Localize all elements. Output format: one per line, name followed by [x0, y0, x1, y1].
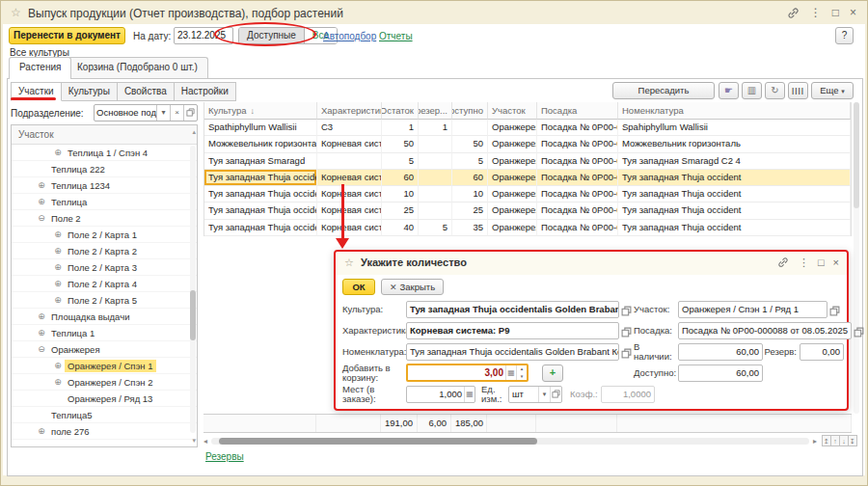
expand-icon[interactable]: ⊕	[51, 230, 65, 239]
culture-field[interactable]: Туя западная Thuja occidentalis Golden B…	[406, 301, 619, 318]
tree-item[interactable]: Оранжерея / Ряд 13	[12, 391, 197, 407]
scroll-left-icon[interactable]: ◂	[203, 437, 211, 446]
favorite-star-icon[interactable]: ☆	[344, 256, 354, 269]
column-header-characteristic[interactable]: Характеристика	[317, 102, 382, 120]
transfer-to-document-button[interactable]: Перенести в документ	[9, 27, 125, 44]
stock-field[interactable]: 60,00	[678, 343, 763, 361]
calculator-icon[interactable]: ▦	[464, 387, 475, 402]
column-header-available[interactable]: Доступно	[452, 102, 488, 120]
collapse-icon[interactable]: ⊖	[35, 344, 48, 354]
close-dialog-button[interactable]: ✕Закрыть	[381, 279, 444, 295]
replant-button[interactable]: Пересадить (переместить) ▾	[612, 82, 715, 99]
tree-item[interactable]: ⊕Поле 2 / Карта 1	[12, 227, 197, 243]
table-row[interactable]: Туя западная Thuja occidentalis Gold...К…	[204, 186, 851, 202]
maximize-icon[interactable]: □	[832, 6, 839, 19]
expand-icon[interactable]: ⊕	[35, 311, 48, 321]
area-field[interactable]: Оранжерея / Спэн 1 / Ряд 1	[678, 301, 827, 318]
tree-item[interactable]: ⊕Оранжерея / Спэн 2	[12, 374, 197, 391]
table-row[interactable]: Туя западная Thuja occidentalis Gold...К…	[204, 170, 851, 186]
tree-scrollbar-thumb[interactable]	[190, 290, 196, 340]
tree-item[interactable]: ⊕Теплица 1 / Спэн 4	[12, 145, 197, 161]
clear-icon[interactable]: ×	[170, 105, 183, 121]
tree-item[interactable]: ⊕Площадка выдачи	[12, 309, 197, 325]
tab-areas[interactable]: Участки	[11, 82, 62, 101]
quantity-input[interactable]: 3,00 ▦ ▴ ▾	[406, 364, 529, 382]
expand-icon[interactable]: ⊕	[35, 180, 48, 190]
open-link-icon[interactable]	[183, 105, 197, 121]
table-horizontal-scrollbar[interactable]: ◂ ▸	[203, 436, 817, 446]
tree-item[interactable]: ⊕Поле 2 / Карта 3	[12, 259, 197, 276]
table-row[interactable]: Туя западная Smaragd55Оранжерея / ...Пос…	[204, 153, 851, 170]
nomenclature-field[interactable]: Туя западная Thuja occidentalis Golden B…	[406, 343, 619, 361]
reserve-field[interactable]: 0,00	[800, 343, 844, 361]
planting-field[interactable]: Посадка № 0P00-000088 от 08.05.2025	[678, 322, 852, 339]
tree-column-header[interactable]: Участок	[12, 125, 197, 145]
refresh-icon[interactable]: ↻	[765, 82, 785, 99]
tree-item[interactable]: Теплица 222	[12, 161, 197, 177]
places-input[interactable]: 1,000 ▦	[406, 386, 475, 403]
table-row[interactable]: Можжевельник горизонтальный Juni...Корне…	[204, 136, 851, 152]
open-link-icon[interactable]	[621, 324, 634, 337]
column-header-culture[interactable]: Культура↓	[204, 102, 317, 120]
expand-icon[interactable]: ⊕	[51, 246, 65, 256]
tree-item[interactable]: Теплица5	[12, 407, 197, 423]
autoselect-link[interactable]: Автоподбор	[323, 31, 376, 41]
department-combobox[interactable]: Основное подразделе ▾ ×	[94, 104, 198, 122]
tree-scroll-up-icon[interactable]: ▴	[192, 128, 196, 136]
table-row[interactable]: Туя западная Thuja occidentalis Gold...К…	[204, 202, 851, 219]
open-link-icon[interactable]	[621, 303, 634, 315]
tree-scroll-down-icon[interactable]: ▾	[192, 437, 196, 445]
dropdown-icon[interactable]: ▾	[538, 387, 550, 402]
tree-item[interactable]: ⊖Оранжерея	[12, 341, 197, 358]
tree-item[interactable]: ⊕поле 276	[12, 423, 197, 440]
quantity-stepper[interactable]: ▴ ▾	[516, 365, 527, 380]
tab-plants[interactable]: Растения	[9, 57, 71, 79]
reports-link[interactable]: Отчеты	[379, 31, 413, 41]
tree-item[interactable]: ⊕Поле 2 / Карта 5	[12, 292, 197, 309]
column-header-planting[interactable]: Посадка	[537, 102, 618, 120]
ok-button[interactable]: ОК	[342, 279, 375, 295]
tree-item[interactable]: ⊖Поле 2	[12, 210, 197, 227]
open-link-icon[interactable]	[550, 387, 561, 402]
pick-hand-icon[interactable]: ☛	[719, 82, 739, 99]
table-vertical-scrollbar[interactable]	[854, 102, 859, 414]
column-header-stock[interactable]: Остаток	[382, 102, 419, 120]
tree-item[interactable]: ⊕Теплица	[12, 194, 197, 210]
tree-scrollbar[interactable]	[190, 146, 196, 433]
scroll-right-icon[interactable]: ▸	[809, 437, 817, 446]
menu-kebab-icon[interactable]: ⋮	[810, 6, 822, 19]
add-button[interactable]: +	[542, 364, 563, 382]
toggle-available-option[interactable]: Доступные	[239, 28, 305, 43]
open-link-icon[interactable]	[621, 345, 634, 358]
barcode-icon[interactable]: ||||	[788, 82, 808, 99]
reserves-link[interactable]: Резервы	[205, 451, 244, 462]
expand-icon[interactable]: ⊕	[35, 426, 48, 436]
help-button[interactable]: ?	[835, 27, 854, 44]
open-link-icon[interactable]	[829, 303, 842, 315]
expand-icon[interactable]: ⊕	[51, 377, 65, 387]
close-icon[interactable]: ×	[850, 6, 856, 19]
tab-basket[interactable]: Корзина (Подобрано 0 шт.)	[67, 57, 208, 78]
maximize-icon[interactable]: □	[818, 256, 825, 269]
column-header-nomenclature[interactable]: Номенклатура	[618, 102, 851, 120]
calculator-icon[interactable]: ▦	[505, 365, 516, 380]
open-link-icon[interactable]	[854, 324, 866, 337]
tab-settings[interactable]: Настройки	[175, 82, 236, 101]
tree-item[interactable]: ⊕Оранжерея / Спэн 1	[12, 358, 197, 374]
spin-up-icon[interactable]: ▴	[517, 365, 527, 373]
available-field[interactable]: 60,00	[678, 364, 763, 382]
expand-icon[interactable]: ⊕	[51, 295, 65, 305]
collapse-icon[interactable]: ⊖	[35, 213, 48, 223]
tree-item[interactable]: ⊕Теплица 1234	[12, 177, 197, 194]
dropdown-icon[interactable]: ▾	[156, 105, 170, 121]
expand-icon[interactable]: ⊕	[51, 148, 65, 157]
date-input[interactable]: 23.12.2025	[174, 27, 233, 44]
expand-icon[interactable]: ⊕	[35, 197, 48, 206]
spin-down-icon[interactable]: ▾	[517, 373, 527, 381]
table-row[interactable]: Spathiphyllum WallisiiC311Оранжерея / ..…	[204, 120, 851, 136]
column-header-reserved[interactable]: Зарезер...	[419, 102, 452, 120]
copy-link-icon[interactable]	[777, 256, 790, 269]
unit-select[interactable]: шт ▾	[508, 386, 562, 403]
more-button[interactable]: Еще ▾	[811, 82, 854, 99]
copy-link-icon[interactable]	[787, 7, 800, 19]
